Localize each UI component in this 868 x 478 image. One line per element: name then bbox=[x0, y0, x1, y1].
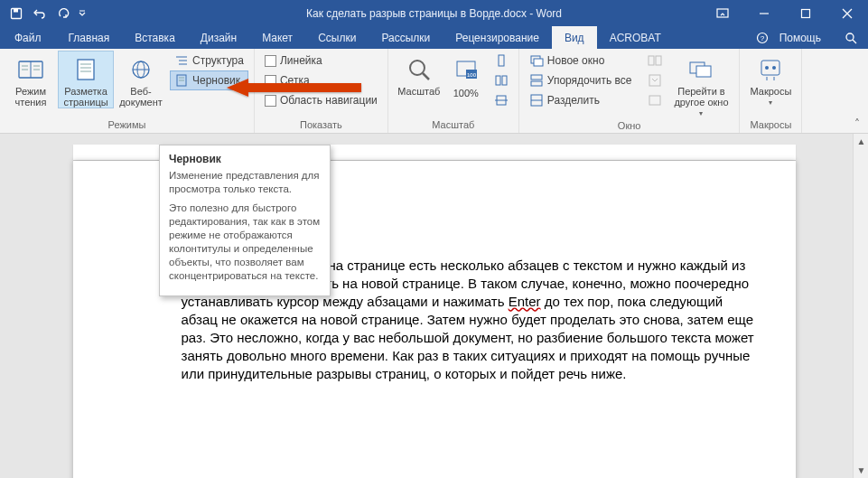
zoom-icon bbox=[405, 55, 434, 84]
tooltip-text: Это полезно для быстрого редактирования,… bbox=[169, 202, 321, 283]
reset-window-button[interactable] bbox=[643, 90, 667, 110]
sync-scroll-button[interactable] bbox=[643, 70, 667, 90]
web-layout-button[interactable]: Веб-документ bbox=[116, 51, 166, 108]
close-button[interactable] bbox=[826, 0, 868, 26]
svg-text:?: ? bbox=[760, 34, 764, 42]
zoom-100-icon: 100 bbox=[452, 55, 481, 84]
svg-rect-46 bbox=[649, 56, 654, 65]
group-window-label: Окно bbox=[525, 118, 734, 134]
arrange-all-icon bbox=[529, 73, 544, 88]
page-width-button[interactable] bbox=[490, 90, 513, 110]
ribbon-display-options-button[interactable] bbox=[702, 0, 743, 26]
svg-rect-49 bbox=[649, 96, 660, 105]
one-page-button[interactable] bbox=[490, 51, 513, 70]
outline-button[interactable]: Структура bbox=[170, 51, 248, 70]
svg-rect-47 bbox=[656, 56, 661, 65]
read-mode-icon bbox=[16, 55, 45, 84]
svg-line-10 bbox=[853, 40, 856, 43]
svg-rect-51 bbox=[696, 66, 711, 77]
help-icon[interactable]: ? bbox=[754, 30, 770, 46]
gridlines-checkbox[interactable]: Сетка bbox=[260, 70, 382, 90]
svg-point-53 bbox=[765, 66, 769, 70]
navigation-pane-checkbox[interactable]: Область навигации bbox=[260, 90, 382, 110]
arrange-all-button[interactable]: Упорядочить все bbox=[525, 70, 637, 90]
switch-windows-button[interactable]: Перейти в другое окно ▾ bbox=[668, 51, 733, 118]
document-area: Представьте, что у вас на странице есть … bbox=[0, 134, 868, 478]
svg-rect-17 bbox=[78, 60, 94, 80]
draft-icon bbox=[174, 73, 189, 88]
group-macros: Макросы ▾ Макросы bbox=[740, 49, 802, 133]
draft-button[interactable]: Черновик bbox=[170, 70, 248, 90]
enter-word: Enter bbox=[509, 294, 541, 309]
search-icon[interactable] bbox=[843, 30, 859, 46]
scroll-up-button[interactable]: ▲ bbox=[854, 134, 868, 149]
svg-rect-52 bbox=[761, 61, 779, 75]
macros-button[interactable]: Макросы ▾ bbox=[745, 51, 796, 108]
qat-customize-button[interactable] bbox=[76, 3, 89, 24]
side-by-side-button[interactable] bbox=[643, 51, 667, 70]
tab-review[interactable]: Рецензирование bbox=[443, 26, 552, 49]
minimize-button[interactable] bbox=[743, 0, 785, 26]
switch-windows-icon bbox=[686, 55, 715, 84]
ruler-checkbox[interactable]: Линейка bbox=[260, 51, 382, 70]
collapse-ribbon-button[interactable]: ˄ bbox=[850, 117, 864, 131]
chevron-down-icon: ▾ bbox=[699, 109, 703, 117]
macros-icon bbox=[756, 55, 785, 84]
side-by-side-icon bbox=[648, 53, 662, 68]
svg-rect-4 bbox=[802, 9, 810, 17]
checkbox-icon bbox=[265, 75, 276, 87]
tooltip-text: Изменение представления для просмотра то… bbox=[169, 169, 321, 196]
svg-line-31 bbox=[423, 73, 429, 80]
vertical-scrollbar[interactable]: ▲ ▼ bbox=[853, 134, 868, 478]
split-button[interactable]: Разделить bbox=[525, 90, 637, 110]
checkbox-icon bbox=[265, 55, 276, 67]
group-zoom: Масштаб 100 100% Масштаб bbox=[388, 49, 519, 133]
web-layout-icon bbox=[126, 55, 155, 84]
svg-rect-1 bbox=[14, 8, 18, 12]
quick-access-toolbar bbox=[0, 3, 89, 24]
maximize-button[interactable] bbox=[785, 0, 826, 26]
svg-rect-37 bbox=[502, 76, 507, 85]
print-layout-button[interactable]: Разметка страницы bbox=[58, 51, 114, 108]
svg-point-54 bbox=[772, 66, 776, 70]
page-width-icon bbox=[494, 93, 509, 108]
svg-rect-43 bbox=[531, 81, 542, 86]
group-views: Режим чтения Разметка страницы Веб-докум… bbox=[0, 49, 255, 133]
undo-button[interactable] bbox=[29, 3, 51, 24]
tab-layout[interactable]: Макет bbox=[249, 26, 305, 49]
new-window-icon bbox=[529, 53, 544, 68]
svg-text:100: 100 bbox=[467, 72, 477, 78]
zoom-button[interactable]: Масштаб bbox=[394, 51, 444, 98]
multi-page-icon bbox=[494, 73, 509, 88]
print-layout-icon bbox=[71, 55, 100, 84]
one-page-icon bbox=[494, 53, 509, 68]
new-window-button[interactable]: Новое окно bbox=[525, 51, 637, 70]
tooltip-title: Черновик bbox=[169, 153, 321, 165]
tab-insert[interactable]: Вставка bbox=[122, 26, 188, 49]
save-button[interactable] bbox=[5, 3, 27, 24]
read-mode-button[interactable]: Режим чтения bbox=[5, 51, 56, 108]
group-macros-label: Макросы bbox=[745, 117, 796, 133]
tab-acrobat[interactable]: ACROBAT bbox=[597, 26, 674, 49]
tab-mailings[interactable]: Рассылки bbox=[369, 26, 443, 49]
zoom-100-button[interactable]: 100 100% bbox=[446, 51, 486, 99]
tooltip-draft: Черновик Изменение представления для про… bbox=[159, 145, 331, 296]
group-zoom-label: Масштаб bbox=[394, 117, 513, 133]
tab-view[interactable]: Вид bbox=[552, 26, 597, 49]
scroll-down-button[interactable]: ▼ bbox=[854, 463, 868, 478]
tab-file[interactable]: Файл bbox=[0, 26, 56, 49]
multi-page-button[interactable] bbox=[490, 70, 513, 90]
svg-rect-36 bbox=[496, 76, 500, 85]
tab-design[interactable]: Дизайн bbox=[188, 26, 249, 49]
svg-point-9 bbox=[846, 33, 854, 41]
svg-rect-48 bbox=[649, 75, 660, 86]
tab-references[interactable]: Ссылки bbox=[305, 26, 369, 49]
svg-rect-41 bbox=[534, 59, 543, 66]
redo-button[interactable] bbox=[52, 3, 74, 24]
reset-window-icon bbox=[648, 93, 662, 108]
group-show-label: Показать bbox=[260, 117, 382, 133]
help-label[interactable]: Помощь bbox=[779, 32, 821, 44]
window-title: Как сделать разрыв страницы в Ворде.docx… bbox=[306, 7, 562, 20]
svg-rect-42 bbox=[531, 75, 542, 80]
tab-home[interactable]: Главная bbox=[56, 26, 123, 49]
